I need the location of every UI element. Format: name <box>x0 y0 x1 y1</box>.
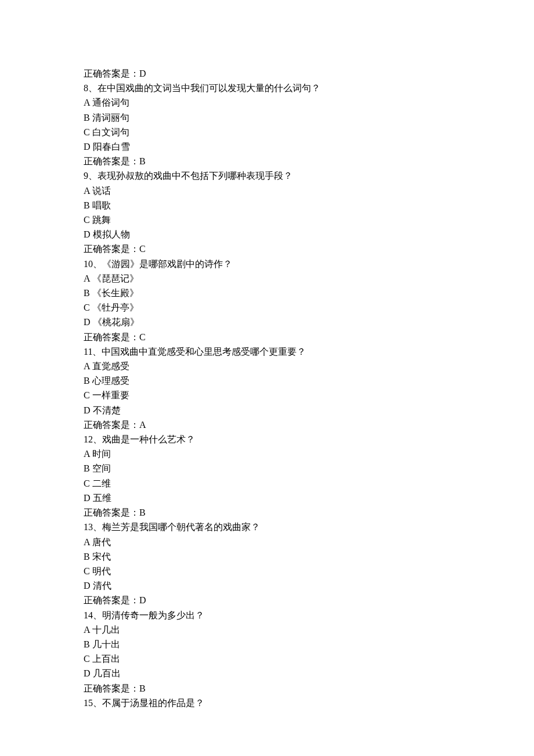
option-line: B 几十出 <box>84 637 534 651</box>
option-line: A 唐代 <box>84 535 534 549</box>
option-line: D 几百出 <box>84 666 534 681</box>
option-line: A 十几出 <box>84 622 534 637</box>
option-line: D 《桃花扇》 <box>84 315 534 329</box>
option-line: B 宋代 <box>84 549 534 564</box>
answer-line: 正确答案是：C <box>84 242 534 256</box>
option-line: D 阳春白雪 <box>84 139 534 154</box>
option-line: C 跳舞 <box>84 213 534 227</box>
answer-line: 正确答案是：B <box>84 154 534 168</box>
option-line: C 上百出 <box>84 651 534 666</box>
question-text: 10、《游园》是哪部戏剧中的诗作？ <box>84 257 534 271</box>
option-line: B 唱歌 <box>84 198 534 213</box>
answer-line: 正确答案是：B <box>84 505 534 520</box>
option-line: D 模拟人物 <box>84 227 534 242</box>
option-line: B 心理感受 <box>84 373 534 388</box>
option-line: A 通俗词句 <box>84 95 534 110</box>
option-line: C 《牡丹亭》 <box>84 300 534 315</box>
option-line: C 一样重要 <box>84 388 534 402</box>
question-text: 12、戏曲是一种什么艺术？ <box>84 432 534 447</box>
option-line: D 清代 <box>84 578 534 593</box>
option-line: B 《长生殿》 <box>84 286 534 300</box>
question-text: 15、不属于汤显祖的作品是？ <box>84 696 534 710</box>
option-line: C 明代 <box>84 564 534 578</box>
answer-line: 正确答案是：C <box>84 330 534 344</box>
question-text: 13、梅兰芳是我国哪个朝代著名的戏曲家？ <box>84 520 534 534</box>
answer-line: 正确答案是：A <box>84 417 534 432</box>
question-text: 9、表现孙叔敖的戏曲中不包括下列哪种表现手段？ <box>84 168 534 183</box>
question-text: 8、在中国戏曲的文词当中我们可以发现大量的什么词句？ <box>84 81 534 95</box>
option-line: C 白文词句 <box>84 125 534 139</box>
answer-line: 正确答案是：B <box>84 681 534 696</box>
option-line: C 二维 <box>84 476 534 491</box>
option-line: D 不清楚 <box>84 403 534 417</box>
answer-line: 正确答案是：D <box>84 593 534 607</box>
option-line: B 清词丽句 <box>84 110 534 125</box>
question-text: 11、中国戏曲中直觉感受和心里思考感受哪个更重要？ <box>84 344 534 359</box>
option-line: A 时间 <box>84 447 534 461</box>
answer-line: 正确答案是：D <box>84 66 534 81</box>
option-line: A 《琵琶记》 <box>84 271 534 286</box>
option-line: A 直觉感受 <box>84 359 534 373</box>
question-text: 14、明清传奇一般为多少出？ <box>84 608 534 622</box>
option-line: A 说话 <box>84 183 534 198</box>
option-line: B 空间 <box>84 461 534 476</box>
option-line: D 五维 <box>84 491 534 505</box>
